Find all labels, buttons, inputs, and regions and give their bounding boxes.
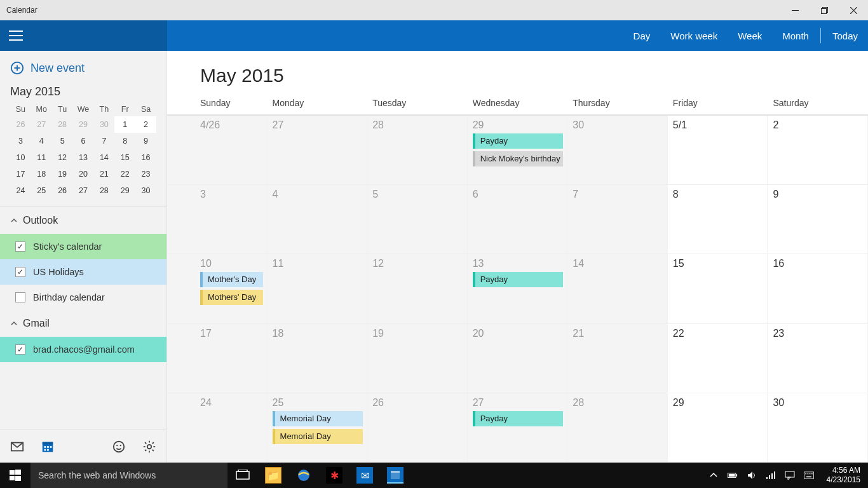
taskbar-app-mail[interactable]: ✉: [349, 463, 380, 488]
mini-day[interactable]: 17: [10, 166, 31, 182]
mini-day[interactable]: 30: [135, 182, 156, 199]
mini-day[interactable]: 21: [93, 166, 114, 182]
day-cell[interactable]: 14: [567, 254, 668, 323]
tray-action-center-icon[interactable]: [783, 469, 796, 482]
tray-network-icon[interactable]: [764, 469, 777, 482]
mini-day[interactable]: 22: [114, 166, 135, 182]
close-button[interactable]: [839, 0, 868, 20]
day-cell[interactable]: 17: [167, 324, 268, 393]
day-cell[interactable]: 27: [268, 116, 368, 184]
mini-day[interactable]: 26: [10, 116, 31, 133]
taskbar-app-calendar[interactable]: [380, 463, 410, 488]
day-cell[interactable]: 13Payday: [468, 254, 568, 323]
view-month[interactable]: Month: [772, 20, 819, 51]
day-cell[interactable]: 19: [367, 324, 468, 393]
day-cell[interactable]: 28: [567, 393, 668, 462]
tray-keyboard-icon[interactable]: [803, 469, 815, 482]
mini-calendar-title[interactable]: May 2015: [10, 85, 156, 98]
day-cell[interactable]: 21: [567, 324, 668, 393]
mini-day[interactable]: 2: [135, 116, 156, 133]
calendar-event[interactable]: Memorial Day: [273, 429, 363, 444]
day-cell[interactable]: 12: [367, 254, 468, 323]
calendar-event[interactable]: Nick Mokey's birthday: [473, 151, 564, 166]
view-workweek[interactable]: Work week: [660, 20, 728, 51]
day-cell[interactable]: 24: [167, 393, 268, 462]
taskbar-app-explorer[interactable]: 📁: [258, 463, 288, 488]
day-cell[interactable]: 2: [768, 116, 868, 184]
task-view-button[interactable]: [227, 463, 258, 488]
day-cell[interactable]: 9: [768, 185, 868, 254]
day-cell[interactable]: 30: [567, 116, 668, 184]
taskbar-app-3[interactable]: ✱: [319, 463, 349, 488]
calendar-event[interactable]: Mothers' Day: [200, 290, 263, 305]
mini-day[interactable]: 24: [10, 182, 31, 199]
mini-day[interactable]: 4: [31, 133, 52, 149]
mini-day[interactable]: 8: [114, 133, 135, 149]
mail-app-icon[interactable]: [6, 436, 28, 458]
mini-day[interactable]: 28: [52, 116, 73, 133]
mini-day[interactable]: 19: [52, 166, 73, 182]
calendar-event[interactable]: Payday: [473, 133, 564, 149]
taskbar-app-ie[interactable]: [288, 463, 319, 488]
calendar-checkbox[interactable]: [15, 241, 25, 252]
day-cell[interactable]: 23: [768, 324, 868, 393]
settings-icon[interactable]: [139, 436, 160, 458]
calendar-checkbox[interactable]: [15, 292, 25, 302]
mini-day[interactable]: 13: [73, 149, 94, 166]
day-cell[interactable]: 15: [668, 254, 768, 323]
day-cell[interactable]: 3: [167, 185, 268, 254]
day-cell[interactable]: 8: [668, 185, 768, 254]
calendar-section-header[interactable]: Gmail: [0, 310, 166, 337]
mini-day[interactable]: 27: [31, 116, 52, 133]
day-cell[interactable]: 7: [567, 185, 668, 254]
day-cell[interactable]: 29: [668, 393, 768, 462]
day-cell[interactable]: 30: [768, 393, 868, 462]
calendar-app-icon[interactable]: [37, 436, 58, 458]
day-cell[interactable]: 6: [468, 185, 568, 254]
nav-pane-toggle[interactable]: [0, 20, 167, 51]
calendar-item[interactable]: brad.chacos@gmail.com: [0, 337, 166, 362]
calendar-item[interactable]: Birthday calendar: [0, 285, 166, 310]
day-cell[interactable]: 4/26: [167, 116, 268, 184]
mini-day[interactable]: 15: [114, 149, 135, 166]
maximize-button[interactable]: [810, 0, 839, 20]
mini-day[interactable]: 11: [31, 149, 52, 166]
mini-day[interactable]: 20: [73, 166, 94, 182]
day-cell[interactable]: 5/1: [668, 116, 768, 184]
calendar-event[interactable]: Memorial Day: [273, 411, 363, 426]
mini-day[interactable]: 5: [52, 133, 73, 149]
mini-day[interactable]: 23: [135, 166, 156, 182]
day-cell[interactable]: 25Memorial DayMemorial Day: [268, 393, 368, 462]
view-day[interactable]: Day: [623, 20, 661, 51]
feedback-icon[interactable]: [108, 436, 130, 458]
mini-day[interactable]: 3: [10, 133, 31, 149]
new-event-button[interactable]: New event: [0, 51, 166, 81]
mini-day[interactable]: 7: [93, 133, 114, 149]
mini-day[interactable]: 25: [31, 182, 52, 199]
start-button[interactable]: [0, 463, 31, 488]
taskbar-clock[interactable]: 4:56 AM 4/23/2015: [822, 466, 865, 485]
mini-day[interactable]: 27: [73, 182, 94, 199]
day-cell[interactable]: 26: [367, 393, 468, 462]
mini-day[interactable]: 16: [135, 149, 156, 166]
day-cell[interactable]: 10Mother's DayMothers' Day: [167, 254, 268, 323]
tray-chevron-icon[interactable]: [707, 469, 720, 482]
mini-day[interactable]: 26: [52, 182, 73, 199]
day-cell[interactable]: 16: [768, 254, 868, 323]
mini-day[interactable]: 30: [93, 116, 114, 133]
day-cell[interactable]: 29PaydayNick Mokey's birthday: [468, 116, 568, 184]
taskbar-search[interactable]: Search the web and Windows: [31, 463, 227, 488]
day-cell[interactable]: 22: [668, 324, 768, 393]
calendar-section-header[interactable]: Outlook: [0, 207, 166, 234]
minimize-button[interactable]: [780, 0, 810, 20]
calendar-event[interactable]: Mother's Day: [200, 272, 263, 287]
mini-day[interactable]: 6: [73, 133, 94, 149]
mini-day[interactable]: 9: [135, 133, 156, 149]
calendar-item[interactable]: Sticky's calendar: [0, 234, 166, 259]
mini-day[interactable]: 1: [114, 116, 135, 133]
mini-day[interactable]: 18: [31, 166, 52, 182]
mini-day[interactable]: 12: [52, 149, 73, 166]
day-cell[interactable]: 18: [268, 324, 368, 393]
mini-day[interactable]: 10: [10, 149, 31, 166]
calendar-event[interactable]: Payday: [473, 272, 564, 287]
